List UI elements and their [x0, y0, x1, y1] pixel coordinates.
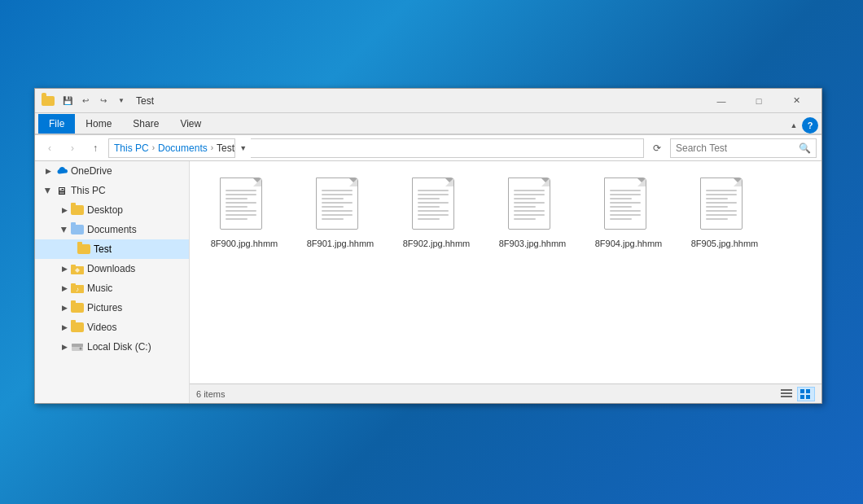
ribbon-tab-bar: File Home Share View ▲ ? — [35, 113, 821, 134]
videos-folder-icon — [71, 322, 84, 332]
file-item[interactable]: 8F901.jpg.hhmm — [296, 171, 385, 252]
view-controls — [778, 387, 815, 401]
sidebar: ▶ OneDrive ▶ 🖥 This PC ▶ Desktop ▶ — [35, 161, 190, 403]
expand-arrow-desktop: ▶ — [58, 204, 71, 217]
file-item[interactable]: 8F903.jpg.hhmm — [488, 171, 577, 252]
file-icon-4 — [604, 177, 653, 234]
qa-redo-btn[interactable]: ↪ — [95, 93, 112, 109]
sidebar-item-downloads[interactable]: ▶ Downloads — [35, 259, 189, 278]
forward-button[interactable]: › — [63, 138, 82, 158]
ribbon-help-btn[interactable]: ? — [802, 117, 818, 134]
expand-arrow-local-disk: ▶ — [58, 340, 71, 353]
svg-rect-10 — [781, 392, 792, 394]
sidebar-item-this-pc[interactable]: ▶ 🖥 This PC — [35, 181, 189, 200]
breadcrumb-documents[interactable]: Documents — [158, 142, 208, 154]
svg-rect-7 — [72, 344, 83, 347]
maximize-button[interactable]: □ — [740, 89, 778, 113]
expand-arrow-videos: ▶ — [58, 321, 71, 334]
address-path-container[interactable]: This PC › Documents › Test ▼ — [108, 138, 644, 158]
test-folder-icon — [77, 244, 90, 254]
ribbon: File Home Share View ▲ ? — [35, 113, 821, 135]
tab-view[interactable]: View — [169, 114, 212, 134]
expand-arrow-downloads: ▶ — [58, 262, 71, 275]
file-item[interactable]: 8F900.jpg.hhmm — [199, 171, 289, 252]
downloads-folder-icon — [71, 262, 84, 275]
close-button[interactable]: ✕ — [778, 89, 815, 113]
window-title: Test — [136, 95, 703, 107]
sidebar-item-music[interactable]: ▶ ♪ Music — [35, 278, 189, 298]
svg-rect-1 — [71, 265, 76, 267]
music-folder-icon: ♪ — [71, 282, 84, 295]
refresh-button[interactable]: ⟳ — [647, 138, 667, 158]
file-name-1: 8F901.jpg.hhmm — [307, 238, 375, 249]
address-dropdown-btn[interactable]: ▼ — [234, 138, 251, 158]
sidebar-item-local-disk[interactable]: ▶ Local Disk (C:) — [35, 337, 189, 357]
qa-undo-btn[interactable]: ↩ — [77, 93, 94, 109]
breadcrumb-test: Test — [217, 142, 234, 154]
documents-folder-icon — [71, 225, 84, 234]
svg-rect-9 — [781, 389, 792, 391]
svg-text:♪: ♪ — [76, 286, 79, 293]
search-icon-btn[interactable]: 🔍 — [798, 140, 811, 156]
ribbon-expand-area: ▲ ? — [786, 117, 818, 134]
sidebar-item-pictures[interactable]: ▶ Pictures — [35, 298, 189, 318]
sidebar-label-documents: Documents — [87, 224, 137, 235]
sidebar-item-videos[interactable]: ▶ Videos — [35, 318, 189, 337]
qa-dropdown-btn[interactable]: ▼ — [113, 93, 129, 109]
expand-arrow-music: ▶ — [58, 282, 71, 295]
tab-file[interactable]: File — [38, 114, 75, 134]
main-content: ▶ OneDrive ▶ 🖥 This PC ▶ Desktop ▶ — [35, 161, 821, 403]
file-name-0: 8F900.jpg.hhmm — [211, 238, 278, 249]
sidebar-label-this-pc: This PC — [71, 185, 106, 196]
quick-access-toolbar: 💾 ↩ ↪ ▼ — [59, 93, 129, 109]
file-item[interactable]: 8F902.jpg.hhmm — [392, 171, 481, 252]
view-icons-btn[interactable] — [797, 387, 815, 401]
file-item[interactable]: 8F905.jpg.hhmm — [680, 171, 769, 252]
svg-point-8 — [80, 348, 82, 350]
disk-icon — [71, 341, 84, 353]
onedrive-icon — [55, 164, 68, 177]
file-name-3: 8F903.jpg.hhmm — [499, 238, 567, 249]
breadcrumb-sep-2: › — [211, 143, 213, 152]
back-button[interactable]: ‹ — [40, 138, 59, 158]
svg-rect-14 — [800, 395, 804, 399]
file-icon-2 — [412, 177, 461, 234]
sidebar-label-test: Test — [94, 243, 112, 255]
search-input[interactable] — [676, 142, 798, 154]
tab-share[interactable]: Share — [122, 114, 169, 134]
status-bar: 6 items — [190, 383, 821, 403]
breadcrumb-this-pc[interactable]: This PC — [114, 142, 149, 154]
sidebar-item-desktop[interactable]: ▶ Desktop — [35, 200, 189, 220]
svg-rect-13 — [806, 389, 810, 393]
window-controls: — □ ✕ — [703, 89, 815, 113]
sidebar-label-pictures: Pictures — [87, 302, 122, 313]
address-bar: ‹ › ↑ This PC › Documents › Test ▼ ⟳ 🔍 — [35, 135, 821, 161]
file-item[interactable]: 8F904.jpg.hhmm — [584, 171, 673, 252]
svg-rect-12 — [800, 389, 804, 393]
file-grid: 8F900.jpg.hhmm — [190, 161, 821, 383]
desktop-folder-icon — [71, 205, 84, 215]
sidebar-label-local-disk: Local Disk (C:) — [87, 341, 151, 353]
sidebar-item-test[interactable]: Test — [35, 239, 189, 259]
file-icon-1 — [316, 177, 365, 234]
expand-arrow-this-pc: ▶ — [42, 184, 55, 197]
tab-home[interactable]: Home — [75, 114, 122, 134]
pictures-folder-icon — [71, 303, 84, 313]
ribbon-collapse-btn[interactable]: ▲ — [786, 117, 802, 134]
sidebar-item-documents[interactable]: ▶ Documents — [35, 220, 189, 239]
file-icon-0 — [220, 177, 269, 234]
up-button[interactable]: ↑ — [85, 138, 105, 158]
file-icon-3 — [508, 177, 557, 234]
title-bar: 💾 ↩ ↪ ▼ Test — □ ✕ — [35, 89, 821, 113]
file-name-4: 8F904.jpg.hhmm — [595, 238, 663, 249]
qa-save-btn[interactable]: 💾 — [59, 93, 76, 109]
search-box[interactable]: 🔍 — [670, 138, 817, 158]
sidebar-item-onedrive[interactable]: ▶ OneDrive — [35, 161, 189, 181]
sidebar-label-downloads: Downloads — [87, 263, 135, 274]
view-details-btn[interactable] — [778, 387, 795, 401]
file-area: 8F900.jpg.hhmm — [190, 161, 821, 403]
file-icon-5 — [700, 177, 749, 234]
minimize-button[interactable]: — — [703, 89, 740, 113]
sidebar-label-desktop: Desktop — [87, 204, 123, 216]
breadcrumb: This PC › Documents › Test — [114, 142, 234, 154]
